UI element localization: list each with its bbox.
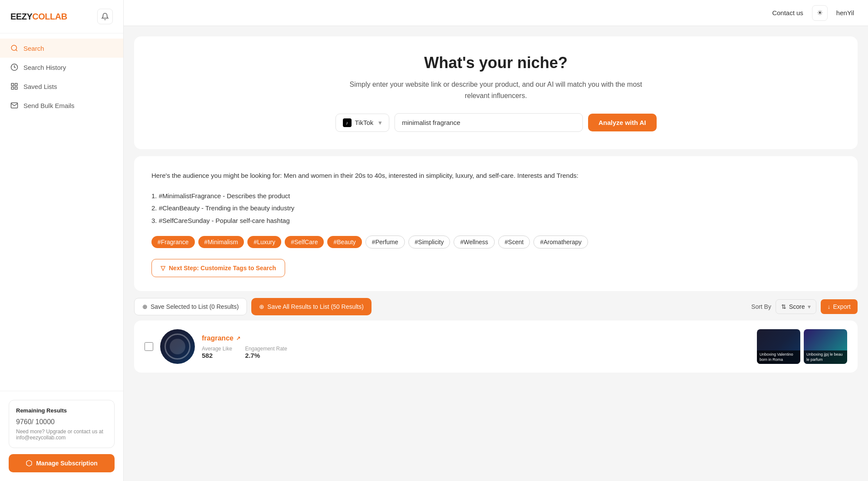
- save-all-icon: ⊕: [259, 303, 264, 310]
- avatar-ring: [164, 334, 191, 360]
- logo-collab: COLLAB: [32, 12, 67, 21]
- sidebar-item-saved-lists-label: Saved Lists: [23, 83, 57, 90]
- sort-selector[interactable]: ⇅ Score ▾: [776, 299, 816, 314]
- hashtag-item-3: 3. #SelfCareSunday - Popular self-care h…: [151, 215, 840, 227]
- result-stats: Average Like 582 Engagement Rate 2.7%: [202, 346, 750, 359]
- tag-perfume[interactable]: #Perfume: [365, 236, 405, 249]
- customize-tags-button[interactable]: ▽ Next Step: Customize Tags to Search: [151, 259, 285, 277]
- stat-engagement-rate-label: Engagement Rate: [245, 346, 287, 352]
- tags-row: #Fragrance #Minimalism #Luxury #SelfCare…: [151, 236, 840, 249]
- sidebar-item-search[interactable]: Search: [0, 39, 123, 58]
- main-content: Contact us ☀ henYil What's your niche? S…: [124, 0, 868, 481]
- contact-us-link[interactable]: Contact us: [772, 9, 803, 16]
- stat-engagement-rate: Engagement Rate 2.7%: [245, 346, 287, 359]
- thumbnail-2[interactable]: Unboxing jjpj le beau le parfum: [804, 329, 847, 364]
- logo-eezy: EEZY: [10, 12, 32, 21]
- hashtag-item-1: 1. #MinimalistFragrance - Describes the …: [151, 190, 840, 203]
- remaining-results-card: Remaining Results 9760/ 10000 Need more?…: [9, 400, 115, 448]
- tiktok-icon: ♪: [343, 118, 352, 127]
- sort-by-label: Sort By: [751, 303, 771, 310]
- tag-simplicity[interactable]: #Simplicity: [408, 236, 450, 249]
- hashtag-item-2: 2. #CleanBeauty - Trending in the beauty…: [151, 202, 840, 215]
- svg-point-0: [11, 45, 16, 50]
- sidebar-item-send-bulk-emails[interactable]: Send Bulk Emails: [0, 96, 123, 115]
- svg-rect-3: [15, 83, 17, 85]
- thumbnail-1-label: Unboxing Valentino born in Roma: [757, 350, 800, 364]
- hero-description: Simply enter your website link or descri…: [344, 79, 648, 101]
- result-info: fragrance ↗ Average Like 582 Engagement …: [202, 334, 750, 359]
- stat-average-like-label: Average Like: [202, 346, 232, 352]
- sort-value: Score: [789, 303, 805, 310]
- hashtag-list: 1. #MinimalistFragrance - Describes the …: [151, 190, 840, 227]
- niche-search-input[interactable]: [395, 113, 583, 132]
- sidebar-logo: EEZYCOLLAB: [0, 0, 123, 33]
- remaining-note: Need more? Upgrade or contact us at info…: [16, 429, 107, 441]
- tag-selfcare[interactable]: #SelfCare: [285, 236, 324, 248]
- svg-rect-4: [15, 87, 17, 89]
- tag-scent[interactable]: #Scent: [498, 236, 530, 249]
- result-avatar: [160, 329, 195, 364]
- external-link-icon: ↗: [236, 335, 240, 341]
- save-all-label: Save All Results to List (50 Results): [267, 303, 364, 310]
- hero-title: What's your niche?: [155, 54, 837, 72]
- user-name: henYil: [836, 9, 854, 16]
- thumbnail-1[interactable]: Unboxing Valentino born in Roma: [757, 329, 800, 364]
- hero-card: What's your niche? Simply enter your web…: [134, 36, 858, 149]
- sidebar-item-search-history-label: Search History: [23, 64, 66, 71]
- stat-average-like-value: 582: [202, 352, 232, 359]
- manage-subscription-button[interactable]: Manage Subscription: [9, 454, 115, 472]
- remaining-title: Remaining Results: [16, 407, 107, 414]
- page-content: What's your niche? Simply enter your web…: [124, 26, 868, 481]
- tag-aromatherapy[interactable]: #Aromatherapy: [533, 236, 588, 249]
- stat-average-like: Average Like 582: [202, 346, 232, 359]
- analyze-button[interactable]: Analyze with AI: [588, 114, 656, 131]
- save-all-button[interactable]: ⊕ Save All Results to List (50 Results): [251, 298, 372, 315]
- export-icon: ↓: [828, 303, 831, 310]
- sidebar-bottom: Remaining Results 9760/ 10000 Need more?…: [0, 391, 123, 481]
- manage-subscription-label: Manage Subscription: [36, 460, 98, 467]
- topbar: Contact us ☀ henYil: [124, 0, 868, 26]
- save-icon: ⊕: [142, 303, 148, 310]
- action-left: ⊕ Save Selected to List (0 Results) ⊕ Sa…: [134, 298, 372, 315]
- chevron-down-icon: ▾: [378, 119, 382, 127]
- sidebar-nav: Search Search History Saved Lists Send B…: [0, 33, 123, 391]
- platform-label: TikTok: [355, 119, 374, 126]
- sort-icon: ⇅: [781, 303, 786, 310]
- action-bar: ⊕ Save Selected to List (0 Results) ⊕ Sa…: [134, 298, 858, 315]
- sidebar-item-send-bulk-emails-label: Send Bulk Emails: [23, 102, 75, 109]
- tag-minimalism[interactable]: #Minimalism: [198, 236, 244, 248]
- save-selected-button[interactable]: ⊕ Save Selected to List (0 Results): [134, 298, 247, 315]
- tag-fragrance[interactable]: #Fragrance: [151, 236, 195, 248]
- save-selected-label: Save Selected to List (0 Results): [151, 303, 239, 310]
- customize-tags-label: Next Step: Customize Tags to Search: [169, 265, 276, 272]
- search-row: ♪ TikTok ▾ Analyze with AI: [335, 113, 657, 132]
- chevron-sort-icon: ▾: [808, 303, 811, 310]
- sidebar: EEZYCOLLAB Search Search History S: [0, 0, 124, 481]
- avatar-inner: [170, 339, 185, 354]
- result-thumbnails: Unboxing Valentino born in Roma Unboxing…: [757, 329, 847, 364]
- ai-results-card: Here's the audience you might be looking…: [134, 156, 858, 291]
- tag-luxury[interactable]: #Luxury: [247, 236, 281, 248]
- sidebar-item-search-history[interactable]: Search History: [0, 58, 123, 77]
- action-right: Sort By ⇅ Score ▾ ↓ Export: [751, 299, 858, 314]
- export-label: Export: [833, 303, 851, 310]
- tag-beauty[interactable]: #Beauty: [327, 236, 362, 248]
- result-username[interactable]: fragrance ↗: [202, 334, 750, 342]
- sidebar-item-search-label: Search: [23, 45, 44, 52]
- notification-bell-icon[interactable]: [97, 9, 113, 24]
- tag-wellness[interactable]: #Wellness: [454, 236, 494, 249]
- svg-rect-5: [11, 87, 13, 89]
- thumbnail-2-label: Unboxing jjpj le beau le parfum: [804, 350, 847, 364]
- result-checkbox[interactable]: [145, 342, 153, 351]
- result-row: fragrance ↗ Average Like 582 Engagement …: [134, 321, 858, 373]
- theme-toggle-icon[interactable]: ☀: [812, 5, 828, 21]
- svg-rect-2: [11, 83, 13, 85]
- export-button[interactable]: ↓ Export: [821, 299, 858, 314]
- stat-engagement-rate-value: 2.7%: [245, 352, 287, 359]
- audience-description: Here's the audience you might be looking…: [151, 170, 840, 181]
- app-logo: EEZYCOLLAB: [10, 12, 67, 22]
- filter-icon: ▽: [161, 265, 165, 272]
- platform-selector[interactable]: ♪ TikTok ▾: [335, 114, 390, 132]
- remaining-count: 9760/ 10000: [16, 416, 107, 427]
- sidebar-item-saved-lists[interactable]: Saved Lists: [0, 77, 123, 96]
